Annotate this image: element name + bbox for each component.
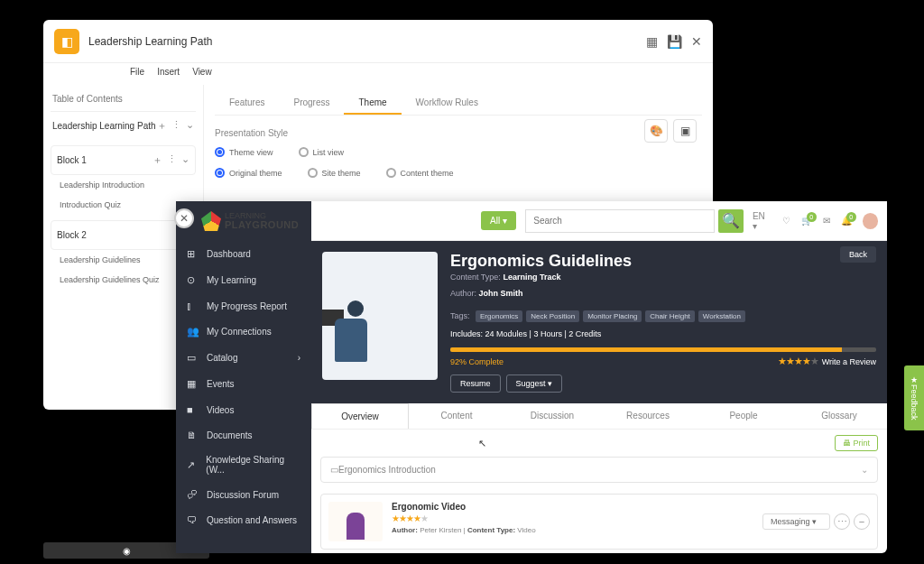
block-item[interactable]: Leadership Guidelines [51, 250, 196, 270]
minimize-button[interactable]: − [854, 513, 870, 530]
tag[interactable]: Monitor Placing [583, 310, 642, 322]
more-icon[interactable]: ⋮ [167, 153, 177, 167]
cart-icon[interactable]: 🛒0 [801, 216, 812, 226]
content-tabs: OverviewContentDiscussionResourcesPeople… [311, 403, 887, 430]
course-title: Ergonomics Guidelines [450, 252, 876, 271]
item-thumbnail[interactable] [328, 502, 383, 541]
block-item[interactable]: Introduction Quiz [51, 195, 196, 215]
editor-title: Leadership Learning Path [88, 35, 212, 48]
chevron-down-icon[interactable]: ⌄ [186, 119, 194, 133]
ctab-overview[interactable]: Overview [311, 403, 409, 429]
radio-list-view[interactable]: List view [299, 147, 345, 157]
block-item[interactable]: Leadership Introduction [51, 175, 196, 195]
menu-file[interactable]: File [130, 67, 144, 77]
ctab-content[interactable]: Content [409, 403, 504, 429]
mail-icon[interactable]: ✉ [823, 216, 830, 226]
content-item: Ergonomic Video ★★★★★ Author: Peter Kirs… [320, 494, 878, 550]
more-button[interactable]: ⋯ [834, 513, 850, 530]
toc-title: Table of Contents [51, 90, 196, 112]
feedback-tab[interactable]: ★ Feedback [904, 365, 924, 430]
close-button[interactable]: ✕ [174, 208, 194, 228]
tag[interactable]: Workstation [698, 310, 745, 322]
search-input[interactable] [525, 209, 715, 233]
palette-icon[interactable]: 🎨 [644, 119, 668, 143]
sidebar-item-3[interactable]: 👥My Connections [176, 319, 311, 345]
editor-header: ◧ Leadership Learning Path ▦ 💾 ✕ [43, 20, 713, 63]
lang-selector[interactable]: EN ▾ [753, 211, 772, 231]
radio-theme-view[interactable]: Theme view [215, 147, 273, 157]
block-1[interactable]: Block 1 ＋⋮⌄ [51, 145, 196, 175]
tab-theme[interactable]: Theme [344, 92, 401, 115]
back-button[interactable]: Back [840, 246, 876, 263]
sidebar-item-0[interactable]: ⊞Dashboard [176, 241, 311, 267]
top-bar: All ▾ 🔍 EN ▾ ♡ 🛒0 ✉ 🔔0 [311, 201, 887, 241]
messaging-button[interactable]: Messaging ▾ [762, 513, 830, 530]
ctab-people[interactable]: People [696, 403, 791, 429]
course-image [322, 252, 438, 380]
logo-mark [201, 211, 221, 231]
ctab-discussion[interactable]: Discussion [504, 403, 600, 429]
sidebar-item-1[interactable]: ⊙My Learning [176, 267, 311, 293]
block-item[interactable]: Leadership Guidelines Quiz [51, 270, 196, 290]
tab-progress[interactable]: Progress [279, 92, 344, 115]
item-title: Ergonomic Video [392, 502, 753, 512]
tags-line: Tags: ErgonomicsNeck PositionMonitor Pla… [450, 305, 876, 322]
chevron-right-icon: › [298, 353, 300, 363]
sidebar-item-4[interactable]: ▭Catalog› [176, 345, 311, 371]
sidebar-item-10[interactable]: 🗨Question and Answers [176, 507, 311, 532]
author-line: Author: John Smith [450, 289, 876, 298]
sidebar-item-2[interactable]: ⫿My Progress Report [176, 293, 311, 319]
accordion-header[interactable]: ▭ Ergonomics Introduction ⌄ [320, 457, 878, 483]
close-icon[interactable]: ✕ [691, 34, 702, 49]
tab-features[interactable]: Features [215, 92, 279, 115]
save-icon[interactable]: 💾 [667, 34, 682, 49]
block-2[interactable]: Block 2 ＋ [51, 220, 196, 250]
main-content: Back Ergonomics Guidelines Content Type:… [311, 201, 887, 553]
tag[interactable]: Neck Position [526, 310, 579, 322]
path-row[interactable]: Leadership Learning Path ＋⋮⌄ [51, 112, 196, 140]
radio-original-theme[interactable]: Original theme [215, 168, 282, 178]
all-dropdown[interactable]: All ▾ [481, 211, 516, 230]
sidebar-item-5[interactable]: ▦Events [176, 371, 311, 397]
add-icon[interactable]: ＋ [152, 153, 162, 167]
suggest-button[interactable]: Suggest ▾ [506, 374, 563, 393]
tab-workflow[interactable]: Workflow Rules [402, 92, 493, 115]
layout-icon[interactable]: ▣ [673, 119, 697, 143]
radio-content-theme[interactable]: Content theme [386, 168, 454, 178]
progress-percent: 92% Complete [450, 357, 504, 366]
write-review-link[interactable]: Write a Review [822, 357, 876, 366]
chevron-down-icon[interactable]: ⌄ [181, 153, 189, 167]
logo[interactable]: LEARNINGPLAYGROUND [201, 208, 299, 234]
tag[interactable]: Chair Height [645, 310, 694, 322]
add-icon[interactable]: ＋ [157, 119, 167, 133]
sidebar-item-8[interactable]: ↗Knowledge Sharing (W... [176, 448, 311, 482]
sidebar-item-7[interactable]: 🗎Documents [176, 422, 311, 448]
rating-stars: ★★★★★ [778, 356, 818, 367]
bell-icon[interactable]: 🔔0 [841, 216, 852, 226]
resume-button[interactable]: Resume [450, 374, 501, 393]
item-meta: Author: Peter Kirsten | Content Type: Vi… [392, 526, 753, 534]
more-icon[interactable]: ⋮ [171, 119, 181, 133]
playground-window: ✕ LEARNINGPLAYGROUND ⊞Dashboard⊙My Learn… [176, 201, 887, 553]
sidebar-item-6[interactable]: ■Videos [176, 397, 311, 422]
chevron-down-icon: ⌄ [861, 465, 868, 475]
content-type: Content Type: Learning Track [450, 273, 876, 282]
editor-menu: File Insert View [130, 67, 212, 77]
grid-icon[interactable]: ▦ [646, 34, 658, 49]
tag[interactable]: Ergonomics [476, 310, 522, 322]
presentation-label: Presentation Style [215, 128, 702, 138]
ctab-glossary[interactable]: Glossary [791, 403, 887, 429]
print-button[interactable]: 🖶 Print [835, 435, 878, 451]
search-button[interactable]: 🔍 [718, 209, 744, 233]
course-hero: Ergonomics Guidelines Content Type: Lear… [311, 241, 887, 403]
menu-insert[interactable]: Insert [157, 67, 180, 77]
ctab-resources[interactable]: Resources [600, 403, 696, 429]
radio-site-theme[interactable]: Site theme [308, 168, 361, 178]
progress-bar [450, 347, 876, 352]
avatar[interactable] [863, 213, 878, 229]
sidebar-item-9[interactable]: 🗪Discussion Forum [176, 482, 311, 507]
heart-icon[interactable]: ♡ [782, 216, 790, 226]
editor-tabs: Features Progress Theme Workflow Rules [215, 92, 702, 116]
menu-view[interactable]: View [192, 67, 212, 77]
sidebar: ⊞Dashboard⊙My Learning⫿My Progress Repor… [176, 201, 311, 553]
